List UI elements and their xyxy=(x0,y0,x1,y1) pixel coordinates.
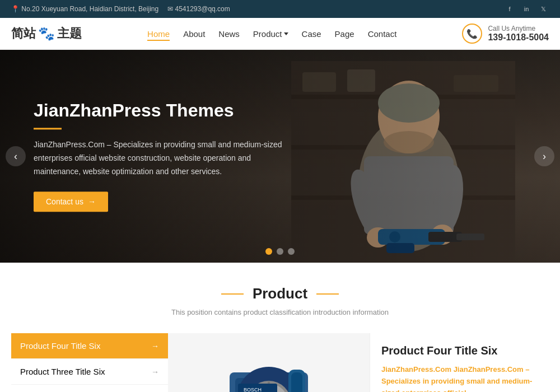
carousel-dot-3[interactable] xyxy=(288,248,295,255)
product-right-title: Product Four Title Six xyxy=(381,344,538,357)
header-contact: 📞 Call Us Anytime 139-1018-5004 xyxy=(462,24,549,44)
top-bar-social: f in 𝕏 xyxy=(504,3,549,15)
phone-icon: 📞 xyxy=(462,24,482,44)
section-line-left xyxy=(221,293,244,295)
top-bar-left: 📍 No.20 Xueyuan Road, Haidian District, … xyxy=(11,5,230,13)
product-image: BOSCH xyxy=(196,339,342,392)
hero-description: JianZhanPress.Com – Specializes in provi… xyxy=(34,138,291,178)
product-content: Product Four Title Six → Product Three T… xyxy=(11,333,549,392)
nav-case[interactable]: Case xyxy=(302,29,321,39)
product-center-image: BOSCH xyxy=(168,333,370,392)
carousel-dot-1[interactable] xyxy=(265,248,272,255)
email-icon: ✉ xyxy=(167,5,173,13)
twitter-icon[interactable]: 𝕏 xyxy=(538,3,549,15)
top-bar: 📍 No.20 Xueyuan Road, Haidian District, … xyxy=(0,0,560,18)
hero-divider xyxy=(34,128,62,129)
nav-contact[interactable]: Contact xyxy=(368,29,397,39)
nav-about[interactable]: About xyxy=(183,29,205,39)
contact-number: 139-1018-5004 xyxy=(488,32,549,43)
contact-us-button[interactable]: Contact us → xyxy=(34,192,108,212)
nav-news[interactable]: News xyxy=(218,29,240,39)
carousel-dot-2[interactable] xyxy=(277,248,283,255)
carousel-dots xyxy=(265,248,295,255)
carousel-next-button[interactable]: › xyxy=(534,146,554,166)
header: 简站 🐾 主题 Home About News Product Case Pag… xyxy=(0,18,560,50)
sidebar-item-2[interactable]: Product Three Title Six → xyxy=(11,359,168,385)
section-subtitle: This position contains product classific… xyxy=(11,308,549,316)
sidebar-item-2-label: Product Three Title Six xyxy=(20,367,105,376)
product-desc-brand: JianZhanPress.Com xyxy=(381,365,451,374)
nav-product[interactable]: Product xyxy=(253,29,288,39)
contact-label: Call Us Anytime xyxy=(488,25,549,32)
facebook-icon[interactable]: f xyxy=(504,3,515,15)
nav-home[interactable]: Home xyxy=(147,29,170,39)
nav-page[interactable]: Page xyxy=(335,29,354,39)
address-text: 📍 No.20 Xueyuan Road, Haidian District, … xyxy=(11,5,158,13)
email-text: ✉ 4541293@qq.com xyxy=(167,5,230,13)
logo: 简站 🐾 主题 xyxy=(11,25,82,42)
hero-section: JianZhanPress Themes JianZhanPress.Com –… xyxy=(0,50,560,263)
sidebar-item-1-label: Product Four Title Six xyxy=(20,341,100,351)
product-sidebar: Product Four Title Six → Product Three T… xyxy=(11,333,168,392)
linkedin-icon[interactable]: in xyxy=(521,3,532,15)
section-header: Product This position contains product c… xyxy=(11,285,549,316)
hero-content: JianZhanPress Themes JianZhanPress.Com –… xyxy=(34,100,291,212)
product-section: Product This position contains product c… xyxy=(0,263,560,392)
section-title-row: Product xyxy=(11,285,549,302)
contact-info: Call Us Anytime 139-1018-5004 xyxy=(488,25,549,43)
product-right-info: Product Four Title Six JianZhanPress.Com… xyxy=(370,333,549,392)
circular-saw-svg: BOSCH xyxy=(202,339,336,392)
product-right-description: JianZhanPress.Com JianZhanPress.Com – Sp… xyxy=(381,364,538,392)
chevron-down-icon xyxy=(284,32,288,35)
sidebar-item-1[interactable]: Product Four Title Six → xyxy=(11,333,168,359)
svg-text:BOSCH: BOSCH xyxy=(244,387,262,392)
location-icon: 📍 xyxy=(11,5,20,13)
carousel-prev-button[interactable]: ‹ xyxy=(6,146,26,166)
svg-rect-33 xyxy=(291,372,302,392)
section-line-right xyxy=(316,293,339,295)
logo-text-left: 简站 xyxy=(11,25,36,42)
logo-text-right: 主题 xyxy=(57,25,82,42)
hero-title: JianZhanPress Themes xyxy=(34,100,291,121)
section-title: Product xyxy=(253,285,307,302)
main-nav: Home About News Product Case Page Contac… xyxy=(147,29,396,39)
paw-icon: 🐾 xyxy=(38,26,55,41)
sidebar-item-2-arrow: → xyxy=(151,367,159,376)
sidebar-item-1-arrow: → xyxy=(151,342,159,351)
